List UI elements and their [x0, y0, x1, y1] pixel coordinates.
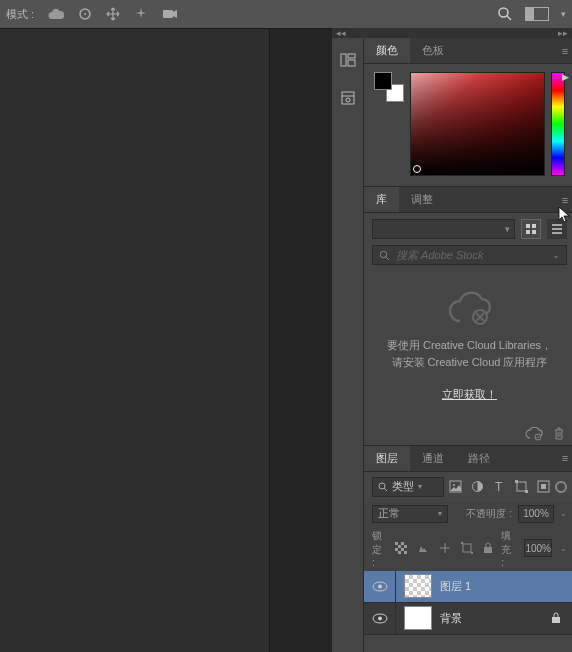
lock-all-icon[interactable]	[483, 542, 493, 554]
svg-rect-14	[532, 230, 536, 234]
svg-rect-32	[525, 490, 528, 493]
cloud-offline-icon	[374, 291, 565, 327]
hue-strip[interactable]	[551, 72, 565, 176]
opacity-input[interactable]: 100%	[518, 505, 554, 523]
svg-rect-13	[526, 230, 530, 234]
fg-bg-swatches[interactable]	[374, 72, 404, 102]
layer-thumbnail[interactable]	[404, 574, 432, 598]
svg-line-25	[384, 488, 387, 491]
fill-label: 填充 :	[501, 529, 516, 568]
lock-artboard-icon[interactable]	[461, 542, 473, 554]
layer-lock-icon[interactable]	[551, 612, 572, 624]
dropdown-arrow-icon[interactable]: ⌄	[560, 544, 567, 553]
library-empty-state: 要使用 Creative Cloud Libraries， 请安装 Creati…	[364, 271, 572, 423]
layers-panel-menu-icon[interactable]: ≡	[555, 452, 572, 464]
mode-icons	[48, 7, 178, 21]
cloud-sync-icon[interactable]	[525, 427, 543, 441]
filter-adjustment-icon[interactable]	[471, 480, 484, 493]
svg-point-18	[380, 251, 386, 257]
svg-point-10	[346, 98, 350, 102]
document-canvas[interactable]	[0, 28, 332, 652]
layer-row[interactable]: 图层 1	[364, 571, 572, 603]
svg-rect-40	[471, 552, 473, 554]
filter-smartobject-icon[interactable]	[537, 480, 550, 493]
filter-pixel-icon[interactable]	[449, 480, 462, 493]
layer-row[interactable]: 背景	[364, 603, 572, 635]
properties-panel-icon[interactable]	[332, 82, 364, 114]
delete-icon[interactable]	[553, 427, 565, 441]
camera-icon[interactable]	[162, 8, 178, 20]
filter-type-icon[interactable]: T	[493, 480, 506, 493]
filter-shape-icon[interactable]	[515, 480, 528, 493]
tab-swatches[interactable]: 色板	[410, 38, 456, 63]
svg-rect-30	[517, 482, 526, 491]
svg-rect-46	[552, 617, 560, 623]
svg-rect-39	[461, 542, 463, 544]
tab-layers[interactable]: 图层	[364, 446, 410, 471]
screen-mode-icon[interactable]	[525, 7, 549, 21]
library-message-line1: 要使用 Creative Cloud Libraries，	[374, 337, 565, 354]
stock-search-input[interactable]: 搜索 Adobe Stock ⌄	[372, 245, 567, 265]
fill-input[interactable]: 100%	[524, 539, 552, 557]
panel-dock	[332, 38, 364, 652]
grid-view-button[interactable]	[521, 219, 541, 239]
blend-mode-value: 正常	[378, 506, 438, 521]
library-message-line2: 请安装 Creative Cloud 应用程序	[374, 354, 565, 371]
search-icon	[378, 482, 388, 492]
history-panel-icon[interactable]	[332, 44, 364, 76]
layer-thumbnail[interactable]	[404, 606, 432, 630]
lock-transparency-icon[interactable]	[395, 542, 407, 554]
blend-mode-dropdown[interactable]: 正常 ▾	[372, 505, 448, 523]
svg-point-43	[378, 584, 382, 588]
tab-color[interactable]: 颜色	[364, 38, 410, 63]
visibility-toggle-icon[interactable]	[364, 603, 396, 634]
library-dropdown[interactable]: ▾	[372, 219, 515, 239]
library-panel-tabs: 库 调整 ≡	[364, 187, 572, 213]
options-bar: 模式 : ▾	[0, 0, 572, 28]
tab-adjustments[interactable]: 调整	[399, 187, 445, 212]
filter-toggle[interactable]	[555, 481, 567, 493]
svg-line-4	[507, 16, 511, 20]
layer-name[interactable]: 背景	[440, 611, 551, 626]
mode-label: 模式 :	[6, 7, 34, 22]
tab-library[interactable]: 库	[364, 187, 399, 212]
tab-paths[interactable]: 路径	[456, 446, 502, 471]
color-field[interactable]	[410, 72, 545, 176]
search-icon	[379, 250, 390, 261]
library-panel-menu-icon[interactable]: ≡	[555, 194, 572, 206]
opacity-label: 不透明度 :	[466, 507, 512, 521]
stock-search-placeholder: 搜索 Adobe Stock	[396, 248, 483, 263]
circle-mode-icon[interactable]	[78, 7, 92, 21]
visibility-toggle-icon[interactable]	[364, 571, 396, 602]
layers-list: 图层 1背景	[364, 571, 572, 635]
color-panel-menu-icon[interactable]: ≡	[555, 45, 572, 57]
tab-channels[interactable]: 通道	[410, 446, 456, 471]
layer-name[interactable]: 图层 1	[440, 579, 551, 594]
sparkle-icon[interactable]	[134, 7, 148, 21]
screen-mode-dropdown-arrow[interactable]: ▾	[561, 9, 566, 19]
svg-rect-5	[341, 54, 346, 66]
move-axes-icon[interactable]	[106, 7, 120, 21]
foreground-swatch[interactable]	[374, 72, 392, 90]
svg-rect-7	[348, 60, 355, 66]
search-icon[interactable]	[497, 6, 513, 22]
color-panel: ▶	[364, 64, 572, 186]
svg-point-45	[378, 616, 382, 620]
svg-rect-11	[526, 224, 530, 228]
svg-rect-2	[163, 10, 173, 18]
svg-point-1	[84, 13, 86, 15]
list-view-button[interactable]	[547, 219, 567, 239]
layers-panel-tabs: 图层 通道 路径 ≡	[364, 446, 572, 472]
hue-pointer-icon: ▶	[562, 72, 569, 82]
svg-rect-34	[541, 484, 546, 489]
get-now-link[interactable]: 立即获取！	[442, 386, 497, 403]
svg-rect-41	[484, 547, 492, 553]
dropdown-arrow-icon[interactable]: ⌄	[560, 509, 567, 518]
lock-image-icon[interactable]	[417, 542, 429, 554]
dropdown-arrow-icon[interactable]: ⌄	[552, 250, 560, 260]
lock-position-icon[interactable]	[439, 542, 451, 554]
cloud-mode-icon[interactable]	[48, 8, 64, 20]
panel-collapse-bar[interactable]: ◂◂▸▸	[332, 28, 572, 38]
layer-filter-type-dropdown[interactable]: 类型 ▾	[372, 477, 444, 497]
svg-rect-38	[463, 544, 471, 552]
